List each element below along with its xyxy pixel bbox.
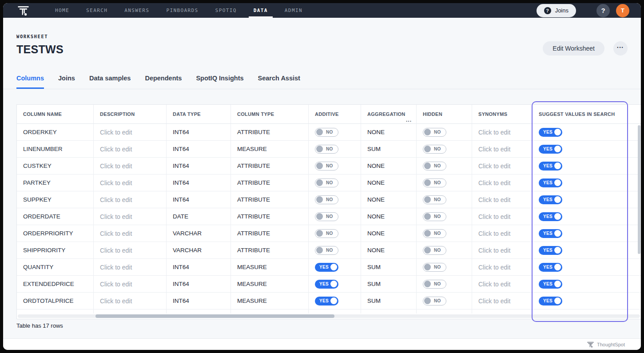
additive-toggle[interactable]: NO [315, 128, 338, 137]
cell-aggregation[interactable]: NONE [361, 158, 417, 175]
additive-toggle[interactable]: NO [315, 246, 338, 255]
cell-synonyms[interactable]: Click to edit [472, 141, 533, 158]
avatar[interactable]: T [616, 4, 629, 17]
hidden-toggle[interactable]: NO [423, 195, 446, 204]
cell-column-type[interactable]: MEASURE [231, 259, 309, 276]
cell-synonyms[interactable]: Click to edit [472, 259, 533, 276]
additive-toggle[interactable]: NO [315, 145, 338, 154]
tab-spotiq-insights[interactable]: SpotIQ Insights [196, 75, 243, 89]
cell-description[interactable]: Click to edit [94, 191, 167, 208]
help-button[interactable]: ? [596, 4, 610, 17]
tab-joins[interactable]: Joins [58, 75, 75, 89]
suggest-values-toggle[interactable]: YES [539, 280, 562, 289]
cell-description[interactable]: Click to edit [94, 141, 167, 158]
tab-columns[interactable]: Columns [16, 75, 44, 89]
cell-column-type[interactable]: MEASURE [231, 293, 309, 309]
edit-worksheet-button[interactable]: Edit Worksheet [543, 41, 604, 56]
hidden-toggle[interactable]: NO [423, 229, 446, 238]
cell-description[interactable]: Click to edit [94, 158, 167, 175]
suggest-values-toggle[interactable]: YES [539, 212, 562, 221]
cell-aggregation[interactable]: NONE [361, 208, 417, 225]
cell-synonyms[interactable]: Click to edit [472, 158, 533, 175]
hidden-toggle[interactable]: NO [423, 145, 446, 154]
cell-aggregation[interactable]: SUM [361, 293, 417, 309]
joins-button[interactable]: ? Joins [537, 4, 576, 17]
cell-column-type[interactable]: ATTRIBUTE [231, 158, 309, 175]
cell-aggregation[interactable]: SUM [361, 276, 417, 293]
tab-dependents[interactable]: Dependents [145, 75, 182, 89]
cell-synonyms[interactable]: Click to edit [472, 124, 533, 141]
tab-data-samples[interactable]: Data samples [89, 75, 131, 89]
nav-item-answers[interactable]: ANSWERS [119, 3, 154, 18]
additive-toggle[interactable]: YES [315, 297, 338, 305]
additive-toggle[interactable]: NO [315, 229, 338, 238]
additive-toggle[interactable]: NO [315, 162, 338, 171]
hidden-toggle[interactable]: NO [423, 162, 446, 171]
hidden-toggle[interactable]: NO [423, 263, 446, 272]
cell-description[interactable]: Click to edit [94, 293, 167, 309]
suggest-values-toggle[interactable]: YES [539, 128, 562, 137]
cell-column-type[interactable]: ATTRIBUTE [231, 242, 309, 259]
nav-item-admin[interactable]: ADMIN [280, 3, 307, 18]
partial-row [17, 309, 641, 313]
cell-description[interactable]: Click to edit [94, 259, 167, 276]
cell-description[interactable]: Click to edit [94, 124, 167, 141]
suggest-values-toggle[interactable]: YES [539, 178, 562, 187]
cell-synonyms[interactable]: Click to edit [472, 276, 533, 293]
hidden-toggle[interactable]: NO [423, 280, 446, 289]
suggest-values-toggle[interactable]: YES [539, 263, 562, 272]
nav-item-spotiq[interactable]: SPOTIQ [211, 3, 242, 18]
suggest-values-toggle[interactable]: YES [539, 297, 562, 305]
cell-description[interactable]: Click to edit [94, 225, 167, 242]
nav-item-home[interactable]: HOME [50, 3, 74, 18]
additive-toggle[interactable]: NO [315, 212, 338, 221]
vertical-scrollbar-thumb[interactable] [638, 125, 640, 254]
tab-search-assist[interactable]: Search Assist [258, 75, 300, 89]
nav-item-data[interactable]: DATA [249, 3, 273, 18]
cell-synonyms[interactable]: Click to edit [472, 225, 533, 242]
nav-item-search[interactable]: SEARCH [81, 3, 112, 18]
nav-item-pinboards[interactable]: PINBOARDS [161, 3, 203, 18]
cell-synonyms[interactable]: Click to edit [472, 242, 533, 259]
horizontal-scrollbar-track[interactable] [18, 314, 640, 318]
additive-toggle[interactable]: NO [315, 195, 338, 204]
horizontal-scrollbar-thumb[interactable] [95, 314, 334, 318]
cell-synonyms[interactable]: Click to edit [472, 208, 533, 225]
cell-aggregation[interactable]: NONE [361, 242, 417, 259]
cell-description[interactable]: Click to edit [94, 208, 167, 225]
cell-aggregation[interactable]: SUM [361, 141, 417, 158]
hidden-toggle[interactable]: NO [423, 297, 446, 305]
hidden-toggle[interactable]: NO [423, 246, 446, 255]
cell-description[interactable]: Click to edit [94, 242, 167, 259]
hidden-toggle[interactable]: NO [423, 212, 446, 221]
suggest-values-toggle[interactable]: YES [539, 162, 562, 171]
cell-aggregation[interactable]: SUM [361, 259, 417, 276]
additive-toggle[interactable]: NO [315, 178, 338, 187]
thoughtspot-logo[interactable] [18, 3, 29, 18]
cell-aggregation[interactable]: NONE [361, 191, 417, 208]
cell-aggregation[interactable]: NONE [361, 175, 417, 191]
cell-column-type[interactable]: ATTRIBUTE [231, 175, 309, 191]
hidden-toggle[interactable]: NO [423, 128, 446, 137]
cell-synonyms[interactable]: Click to edit [472, 191, 533, 208]
cell-description[interactable]: Click to edit [94, 276, 167, 293]
cell-aggregation[interactable]: NONE [361, 225, 417, 242]
suggest-values-toggle[interactable]: YES [539, 195, 562, 204]
cell-aggregation[interactable]: NONE [361, 124, 417, 141]
cell-column-type[interactable]: ATTRIBUTE [231, 208, 309, 225]
cell-description[interactable]: Click to edit [94, 175, 167, 191]
hidden-toggle[interactable]: NO [423, 178, 446, 187]
cell-synonyms[interactable]: Click to edit [472, 293, 533, 309]
suggest-values-toggle[interactable]: YES [539, 145, 562, 154]
cell-column-type[interactable]: ATTRIBUTE [231, 225, 309, 242]
suggest-values-toggle[interactable]: YES [539, 246, 562, 255]
cell-column-type[interactable]: MEASURE [231, 276, 309, 293]
cell-column-type[interactable]: ATTRIBUTE [231, 124, 309, 141]
cell-column-type[interactable]: MEASURE [231, 141, 309, 158]
additive-toggle[interactable]: YES [315, 263, 338, 272]
cell-column-type[interactable]: ATTRIBUTE [231, 191, 309, 208]
more-options-button[interactable]: ••• [613, 41, 628, 56]
suggest-values-toggle[interactable]: YES [539, 229, 562, 238]
additive-toggle[interactable]: YES [315, 280, 338, 289]
cell-synonyms[interactable]: Click to edit [472, 175, 533, 191]
